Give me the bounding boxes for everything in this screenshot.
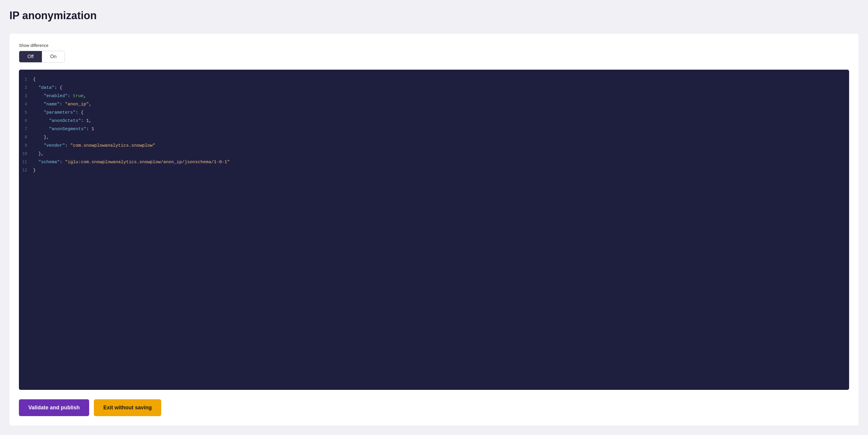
- line-content-6: "anonOctets": 1,: [33, 118, 92, 125]
- line-content-8: },: [33, 134, 49, 141]
- code-line-7: 7 "anonSegments": 1: [19, 125, 849, 133]
- code-line-11: 11 "schema": "iglu:com.snowplowanalytics…: [19, 158, 849, 166]
- code-editor[interactable]: 1 { 2 "data": { 3 "enabled": true, 4 "na…: [19, 70, 849, 390]
- code-line-8: 8 },: [19, 133, 849, 142]
- line-content-4: "name": "anon_ip",: [33, 101, 92, 108]
- code-line-1: 1 {: [19, 75, 849, 84]
- line-number-7: 7: [19, 126, 33, 132]
- code-line-2: 2 "data": {: [19, 84, 849, 92]
- line-content-9: "vendor": "com.snowplowanalytics.snowplo…: [33, 142, 155, 149]
- line-number-1: 1: [19, 76, 33, 82]
- line-number-2: 2: [19, 85, 33, 91]
- line-content-10: },: [33, 150, 44, 158]
- code-line-9: 9 "vendor": "com.snowplowanalytics.snowp…: [19, 142, 849, 150]
- line-content-2: "data": {: [33, 85, 62, 92]
- line-content-5: "parameters": {: [33, 109, 84, 116]
- page-title: IP anonymization: [9, 9, 859, 22]
- line-number-11: 11: [19, 159, 33, 165]
- line-number-4: 4: [19, 101, 33, 107]
- line-content-3: "enabled": true,: [33, 93, 86, 100]
- toggle-off-button[interactable]: Off: [19, 51, 42, 62]
- line-number-9: 9: [19, 142, 33, 149]
- line-content-11: "schema": "iglu:com.snowplowanalytics.sn…: [33, 159, 230, 166]
- code-line-4: 4 "name": "anon_ip",: [19, 100, 849, 109]
- code-line-10: 10 },: [19, 150, 849, 158]
- exit-without-saving-button[interactable]: Exit without saving: [94, 399, 161, 416]
- line-number-3: 3: [19, 93, 33, 99]
- line-content-12: }: [33, 167, 36, 174]
- line-number-5: 5: [19, 109, 33, 116]
- line-number-6: 6: [19, 118, 33, 124]
- line-number-12: 12: [19, 167, 33, 173]
- code-line-6: 6 "anonOctets": 1,: [19, 117, 849, 125]
- line-number-8: 8: [19, 134, 33, 140]
- code-line-3: 3 "enabled": true,: [19, 92, 849, 100]
- code-line-5: 5 "parameters": {: [19, 109, 849, 117]
- line-number-10: 10: [19, 150, 33, 157]
- validate-publish-button[interactable]: Validate and publish: [19, 399, 89, 416]
- bottom-actions: Validate and publish Exit without saving: [19, 399, 849, 416]
- toggle-group: Off On: [19, 51, 65, 63]
- content-card: Show difference Off On 1 { 2 "data": { 3…: [9, 34, 859, 426]
- page-container: IP anonymization Show difference Off On …: [0, 0, 868, 435]
- code-line-12: 12 }: [19, 166, 849, 175]
- line-content-7: "anonSegments": 1: [33, 126, 94, 133]
- toggle-on-button[interactable]: On: [42, 51, 65, 62]
- line-content-1: {: [33, 76, 36, 83]
- show-difference-label: Show difference: [19, 43, 849, 48]
